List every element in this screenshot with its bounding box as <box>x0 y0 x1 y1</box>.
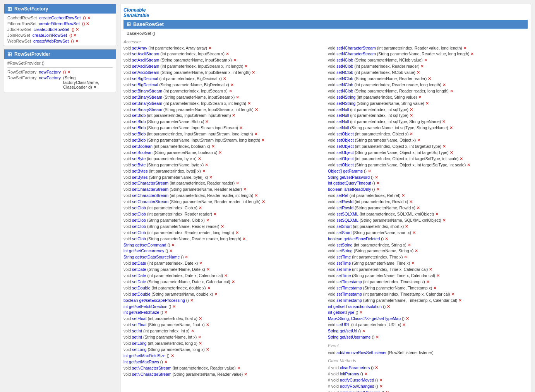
method-entry: void setBinaryStream (String parameterNa… <box>123 94 323 100</box>
method-entry: void setBoolean (int parameterIndex, boo… <box>123 144 323 150</box>
method-entry: void setTime (int parameterIndex, Time x… <box>328 267 528 273</box>
method-link[interactable]: createFilteredRowSet <box>39 21 80 26</box>
method-entry: int get/setMaxFieldSize () ✕ <box>123 353 323 359</box>
accessor-section-label: Accessor <box>123 39 528 44</box>
method-link[interactable]: createCachedRowSet <box>39 15 81 21</box>
method-entry: void setClob (int parameterIndex, Reader… <box>123 229 323 236</box>
method-link[interactable]: createJdbcRowSet <box>34 27 69 32</box>
method-entry: String get/setUrl () ✕ <box>328 328 528 334</box>
base-rowset-icon: ⊞ <box>127 21 131 27</box>
method-entry: void setObject (int parameterIndex, Obje… <box>328 144 528 150</box>
method-entry: String get/setUsername () ✕ <box>328 334 528 341</box>
method-entry: void setNCharacterStream (int parameterI… <box>328 45 528 51</box>
method-entry: void setTime (int parameterIndex, Time x… <box>328 254 528 260</box>
method-entry: void setBinaryStream (String parameterNa… <box>123 106 323 113</box>
right-panel: Cloneable Serializable ⊞ BaseRowSet Base… <box>120 4 531 392</box>
method-entry: Object[] getParams () ✕ <box>328 168 528 174</box>
method-entry: # void clearParameters () ✕ <box>328 365 528 371</box>
base-rowset-title: BaseRowSet <box>133 21 164 27</box>
rowset-factory-box: ⊞ RowSetFactory CachedRowSet createCache… <box>4 4 116 46</box>
method-entry: void setNClob (String parameterName, Rea… <box>328 88 528 94</box>
rowset-provider-title: RowSetProvider <box>14 51 50 57</box>
method-link[interactable]: newFactory <box>39 70 61 75</box>
method-entry: void setBlob (String parameterName, Inpu… <box>123 125 323 131</box>
method-entry: void setBigDecimal (int parameterIndex, … <box>123 76 323 82</box>
method-entry: String get/setPassword () ✕ <box>328 174 528 180</box>
method-entry: void setBlob (int parameterIndex, InputS… <box>123 113 323 119</box>
method-entry: void setBinaryStream (int parameterIndex… <box>123 88 323 94</box>
method-entry: int get/setMaxRows () ✕ <box>123 359 323 365</box>
method-link[interactable]: createWebRowSet <box>33 39 69 44</box>
cloneable-link[interactable]: Cloneable <box>123 7 146 13</box>
rowset-provider-icon: ⊞ <box>7 51 12 57</box>
rowset-provider-box: ⊞ RowSetProvider #RowSetProvider () RowS… <box>4 49 116 92</box>
method-entry: void setClob (String parameterName, Read… <box>123 223 323 229</box>
methods-area: void setArray (int parameterIndex, Array… <box>123 45 528 392</box>
list-item: RowSetFactory newFactory () ✕ <box>7 69 113 75</box>
method-entry: void setFloat (int parameterIndex, float… <box>123 316 323 322</box>
method-entry: int get/setConcurrency () ✕ <box>123 248 323 254</box>
method-entry: void setClob (int parameterIndex, Reader… <box>123 211 323 217</box>
method-entry: void setClob (String parameterName, Clob… <box>123 217 323 223</box>
serializable-link[interactable]: Serializable <box>123 13 149 18</box>
method-entry: void setAsciiStream (int parameterIndex,… <box>123 51 323 57</box>
method-entry: void setBlob (int parameterIndex, InputS… <box>123 131 323 137</box>
method-entry: Map<String, Class<?>> get/setTypeMap () … <box>328 316 528 322</box>
method-entry: void setClob (String parameterName, Read… <box>123 236 323 242</box>
method-entry: int get/setType () ✕ <box>328 310 528 316</box>
method-entry: void setAsciiStream (int parameterIndex,… <box>123 63 323 70</box>
method-entry: void setDate (String parameterName, Date… <box>123 279 323 285</box>
method-entry: void setDouble (String parameterName, do… <box>123 291 323 297</box>
method-entry: int get/setQueryTimeout () ✕ <box>328 180 528 187</box>
method-entry: void setString (String parameterName, St… <box>328 248 528 254</box>
method-entry: void setNString (int parameterIndex, Str… <box>328 94 528 100</box>
method-entry: void setAsciiStream (String parameterNam… <box>123 57 323 63</box>
list-item: WebRowSet createWebRowSet () ✕ <box>7 38 113 44</box>
method-entry: String get/setCommand () ✕ <box>123 242 323 248</box>
method-entry: void setNClob (int parameterIndex, NClob… <box>328 70 528 76</box>
list-item: CachedRowSet createCachedRowSet () ✕ <box>7 15 113 21</box>
left-methods-col: void setArray (int parameterIndex, Array… <box>123 45 323 392</box>
method-entry: void setRef (int parameterIndex, Ref ref… <box>328 193 528 199</box>
method-entry: void setDouble (int parameterIndex, doub… <box>123 285 323 291</box>
method-entry: void setDate (int parameterIndex, Date x… <box>123 273 323 279</box>
method-entry: void setNCharacterStream (String paramet… <box>328 51 528 57</box>
method-entry: void setObject (String parameterName, Ob… <box>328 162 528 168</box>
method-entry: # void initParams () ✕ <box>328 371 528 377</box>
method-entry: # void notifyCursorMoved () ✕ <box>328 377 528 383</box>
method-entry: void setFloat (String parameterName, flo… <box>123 322 323 328</box>
method-link[interactable]: createJoinRowSet <box>33 33 67 38</box>
method-entry: void setRowId (String parameterName, Row… <box>328 205 528 211</box>
method-entry: boolean is/setReadOnly () ✕ <box>328 187 528 193</box>
list-item: JoinRowSet createJoinRowSet () ✕ <box>7 33 113 38</box>
method-entry: void setBlob (String parameterName, Inpu… <box>123 137 323 144</box>
method-entry: void setObject (String parameterName, Ob… <box>328 137 528 144</box>
list-item: JdbcRowSet createJdbcRowSet () ✕ <box>7 27 113 33</box>
rowset-factory-body: CachedRowSet createCachedRowSet () ✕ Fil… <box>4 14 116 46</box>
method-entry: void setNull (String parameterName, int … <box>328 125 528 131</box>
method-entry: String get/setDataSourceName () ✕ <box>123 254 323 260</box>
method-entry: void setString (int parameterIndex, Stri… <box>328 242 528 248</box>
method-entry: void setArray (int parameterIndex, Array… <box>123 45 323 51</box>
method-entry: void setDate (String parameterName, Date… <box>123 267 323 273</box>
method-entry: void setTime (String parameterName, Time… <box>328 260 528 267</box>
method-entry: boolean get/setEscapeProcessing () ✕ <box>123 297 323 303</box>
method-entry: void setTime (String parameterName, Time… <box>328 273 528 279</box>
method-entry: void setTimestamp (int parameterIndex, T… <box>328 279 528 285</box>
method-entry: int get/setTransactionIsolation () ✕ <box>328 303 528 310</box>
method-link[interactable]: newFactory <box>39 75 61 90</box>
method-entry: void setDate (int parameterIndex, Date x… <box>123 260 323 267</box>
rowset-factory-header: ⊞ RowSetFactory <box>4 4 116 14</box>
method-entry: void setObject (int parameterIndex, Obje… <box>328 156 528 162</box>
method-entry: void setNClob (int parameterIndex, Reade… <box>328 82 528 88</box>
rowset-provider-header: ⊞ RowSetProvider <box>4 50 116 59</box>
method-entry: void setLong (String parameterName, long… <box>123 346 323 353</box>
method-entry: void setAsciiStream (String parameterNam… <box>123 70 323 76</box>
method-entry: void setNCharacterStream (int parameterI… <box>123 365 323 371</box>
method-entry: void setCharacterStream (String paramete… <box>123 199 323 205</box>
left-panel: ⊞ RowSetFactory CachedRowSet createCache… <box>4 4 116 392</box>
method-entry: void setBytes (int parameterIndex, byte[… <box>123 168 323 174</box>
method-entry: void setTimestamp (String parameterName,… <box>328 285 528 291</box>
method-entry: void setCharacterStream (int parameterIn… <box>123 180 323 187</box>
method-entry: void setNull (int parameterIndex, int sq… <box>328 106 528 113</box>
